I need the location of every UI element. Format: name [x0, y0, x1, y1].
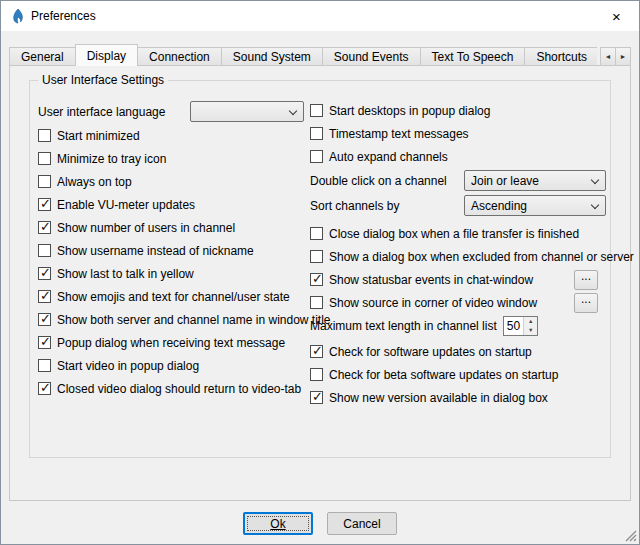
- video-source-config-button[interactable]: ...: [574, 293, 598, 313]
- checkbox-row[interactable]: Timestamp text messages: [310, 122, 606, 145]
- preferences-dialog: Preferences × GeneralDisplayConnectionSo…: [0, 0, 640, 545]
- checkbox-row[interactable]: Show username instead of nickname: [38, 239, 304, 262]
- video-source-row[interactable]: Show source in corner of video window ..…: [310, 291, 606, 314]
- video-source-checkbox[interactable]: [310, 296, 323, 309]
- spinner-value: 50: [504, 317, 523, 335]
- statusbar-events-row[interactable]: Show statusbar events in chat-window ...: [310, 268, 606, 291]
- checkbox-row[interactable]: Show both server and channel name in win…: [38, 308, 304, 331]
- spinner-up-icon[interactable]: ▲: [524, 317, 537, 326]
- checkbox-label: Popup dialog when receiving text message: [57, 336, 285, 350]
- tab-sound-events[interactable]: Sound Events: [322, 47, 421, 66]
- checkbox-row[interactable]: Auto expand channels: [310, 145, 606, 168]
- dialog-body: GeneralDisplayConnectionSound SystemSoun…: [1, 31, 639, 544]
- checkbox-row[interactable]: Check for beta software updates on start…: [310, 363, 606, 386]
- checkbox-row[interactable]: Show emojis and text for channel/user st…: [38, 285, 304, 308]
- checkbox-checked[interactable]: [38, 267, 51, 280]
- resize-grip-icon[interactable]: [624, 529, 637, 542]
- tab-scroll-right-button[interactable]: ►: [615, 47, 631, 66]
- scroll-left-icon: ◄: [605, 53, 612, 60]
- max-text-length-label: Maximum text length in channel list: [310, 319, 497, 333]
- checkbox-row[interactable]: Minimize to tray icon: [38, 147, 304, 170]
- title-bar[interactable]: Preferences ×: [1, 1, 639, 31]
- window-title: Preferences: [31, 9, 96, 23]
- tab-text-to-speech[interactable]: Text To Speech: [420, 47, 526, 66]
- checkbox-row[interactable]: Check for software updates on startup: [310, 340, 606, 363]
- ok-button-label: Ok: [270, 517, 285, 531]
- right-mid-checkbox-list: Close dialog box when a file transfer is…: [310, 222, 606, 268]
- checkbox-row[interactable]: Show a dialog box when excluded from cha…: [310, 245, 606, 268]
- tab-scroll-left-button[interactable]: ◄: [600, 47, 616, 66]
- language-row: User interface language: [38, 99, 304, 124]
- checkbox-row[interactable]: Show number of users in channel: [38, 216, 304, 239]
- checkbox-row[interactable]: Enable VU-meter updates: [38, 193, 304, 216]
- checkbox-unchecked[interactable]: [310, 127, 323, 140]
- checkbox-label: Auto expand channels: [329, 150, 448, 164]
- tab-strip: GeneralDisplayConnectionSound SystemSoun…: [9, 45, 631, 66]
- checkbox-unchecked[interactable]: [38, 175, 51, 188]
- checkbox-unchecked[interactable]: [310, 250, 323, 263]
- max-text-length-spinner[interactable]: 50 ▲ ▼: [503, 316, 538, 336]
- tab-scrollers: ◄ ►: [601, 47, 631, 66]
- checkbox-unchecked[interactable]: [310, 368, 323, 381]
- checkbox-label: Timestamp text messages: [329, 127, 469, 141]
- checkbox-row[interactable]: Start minimized: [38, 124, 304, 147]
- checkbox-row[interactable]: Start video in popup dialog: [38, 354, 304, 377]
- chevron-down-icon: [591, 176, 599, 184]
- checkbox-row[interactable]: Start desktops in popup dialog: [310, 99, 606, 122]
- chevron-down-icon: [591, 201, 599, 209]
- user-interface-settings-group: User Interface Settings User interface l…: [29, 80, 611, 458]
- checkbox-unchecked[interactable]: [310, 150, 323, 163]
- checkbox-unchecked[interactable]: [310, 227, 323, 240]
- scroll-right-icon: ►: [620, 53, 627, 60]
- checkbox-row[interactable]: Close dialog box when a file transfer is…: [310, 222, 606, 245]
- checkbox-row[interactable]: Popup dialog when receiving text message: [38, 331, 304, 354]
- right-bottom-checkbox-list: Check for software updates on startupChe…: [310, 340, 606, 409]
- checkbox-unchecked[interactable]: [38, 152, 51, 165]
- checkbox-checked[interactable]: [310, 391, 323, 404]
- language-dropdown[interactable]: [190, 101, 304, 122]
- checkbox-label: Closed video dialog should return to vid…: [57, 382, 301, 396]
- checkbox-checked[interactable]: [38, 198, 51, 211]
- statusbar-events-checkbox[interactable]: [310, 273, 323, 286]
- checkbox-row[interactable]: Closed video dialog should return to vid…: [38, 377, 304, 400]
- close-button[interactable]: ×: [594, 1, 639, 31]
- checkbox-label: Show username instead of nickname: [57, 244, 254, 258]
- cancel-button[interactable]: Cancel: [327, 512, 397, 535]
- checkbox-unchecked[interactable]: [38, 129, 51, 142]
- checkbox-checked[interactable]: [38, 221, 51, 234]
- tab-shortcuts[interactable]: Shortcuts: [524, 47, 597, 66]
- checkbox-unchecked[interactable]: [38, 244, 51, 257]
- tab-connection[interactable]: Connection: [137, 47, 222, 66]
- tab-general[interactable]: General: [9, 47, 76, 66]
- checkbox-label: Close dialog box when a file transfer is…: [329, 227, 579, 241]
- sort-channels-dropdown[interactable]: Ascending: [464, 195, 606, 216]
- spinner-arrows: ▲ ▼: [523, 317, 537, 335]
- spinner-down-icon[interactable]: ▼: [524, 326, 537, 335]
- statusbar-events-config-button[interactable]: ...: [574, 270, 598, 290]
- checkbox-unchecked[interactable]: [38, 359, 51, 372]
- checkbox-unchecked[interactable]: [310, 104, 323, 117]
- checkbox-checked[interactable]: [38, 336, 51, 349]
- right-top-checkbox-list: Start desktops in popup dialogTimestamp …: [310, 99, 606, 168]
- checkbox-row[interactable]: Show new version available in dialog box: [310, 386, 606, 409]
- checkbox-checked[interactable]: [38, 382, 51, 395]
- checkbox-row[interactable]: Always on top: [38, 170, 304, 193]
- cancel-button-label: Cancel: [343, 517, 380, 531]
- tab-display[interactable]: Display: [75, 44, 138, 66]
- checkbox-label: Always on top: [57, 175, 132, 189]
- max-text-length-row: Maximum text length in channel list 50 ▲…: [310, 314, 606, 337]
- checkbox-label: Start desktops in popup dialog: [329, 104, 490, 118]
- ok-button[interactable]: Ok: [243, 512, 313, 535]
- checkbox-checked[interactable]: [38, 290, 51, 303]
- tab-sound-system[interactable]: Sound System: [221, 47, 323, 66]
- checkbox-row[interactable]: Show last to talk in yellow: [38, 262, 304, 285]
- checkbox-checked[interactable]: [310, 345, 323, 358]
- checkbox-checked[interactable]: [38, 313, 51, 326]
- left-column: User interface language Start minimizedM…: [38, 99, 304, 409]
- sort-channels-row: Sort channels by Ascending: [310, 193, 606, 218]
- checkbox-label: Minimize to tray icon: [57, 152, 166, 166]
- dialog-buttons: Ok Cancel: [9, 512, 631, 535]
- sort-channels-value: Ascending: [471, 199, 527, 213]
- double-click-label: Double click on a channel: [310, 174, 447, 188]
- double-click-dropdown[interactable]: Join or leave: [464, 170, 606, 191]
